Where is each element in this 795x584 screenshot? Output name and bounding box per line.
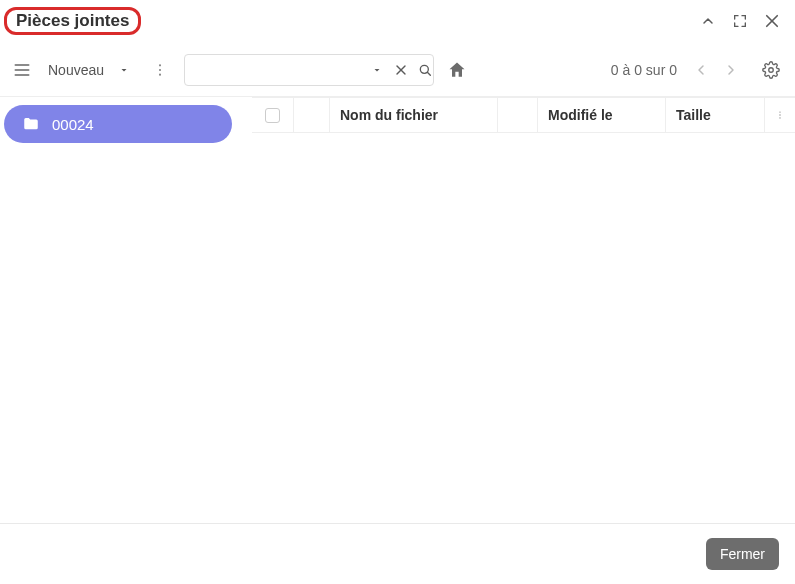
col-menu-icon[interactable] (765, 98, 795, 132)
col-modified[interactable]: Modifié le (538, 98, 666, 132)
fullscreen-icon[interactable] (729, 10, 751, 32)
col-checkbox (252, 98, 294, 132)
table-header: Nom du fichier Modifié le Taille (252, 97, 795, 133)
col-blank (498, 98, 538, 132)
clear-icon[interactable] (390, 59, 412, 81)
body: 00024 Nom du fichier Modifié le Taille (0, 97, 795, 523)
titlebar-controls (697, 10, 783, 32)
svg-point-7 (159, 74, 161, 76)
svg-point-6 (159, 69, 161, 71)
svg-point-5 (159, 64, 161, 66)
gear-icon[interactable] (759, 58, 783, 82)
svg-point-15 (779, 117, 780, 118)
prev-page-icon[interactable] (689, 58, 713, 82)
footer: Fermer (0, 523, 795, 584)
titlebar: Pièces jointes (0, 0, 795, 50)
more-vertical-icon[interactable] (148, 58, 172, 82)
title-wrap: Pièces jointes (8, 11, 137, 31)
folder-icon (22, 115, 40, 133)
folder-item[interactable]: 00024 (4, 105, 232, 143)
hamburger-icon[interactable] (8, 56, 36, 84)
svg-point-14 (779, 114, 780, 115)
next-page-icon[interactable] (719, 58, 743, 82)
path-box (184, 54, 434, 86)
collapse-icon[interactable] (697, 10, 719, 32)
caret-down-icon[interactable] (366, 59, 388, 81)
col-size[interactable]: Taille (666, 98, 765, 132)
new-dropdown[interactable]: Nouveau (42, 56, 136, 84)
window-title: Pièces jointes (8, 9, 137, 32)
new-label: Nouveau (48, 62, 104, 78)
select-all-checkbox[interactable] (265, 108, 280, 123)
caret-down-icon (118, 64, 130, 76)
close-icon[interactable] (761, 10, 783, 32)
col-icon (294, 98, 330, 132)
svg-point-13 (779, 111, 780, 112)
path-input[interactable] (191, 62, 366, 78)
sidebar: 00024 (0, 97, 252, 523)
col-filename[interactable]: Nom du fichier (330, 98, 498, 132)
record-counter: 0 à 0 sur 0 (611, 62, 677, 78)
attachments-window: Pièces jointes Nouveau (0, 0, 795, 584)
toolbar: Nouveau 0 à 0 sur 0 (0, 50, 795, 97)
search-icon[interactable] (414, 59, 436, 81)
folder-label: 00024 (52, 116, 94, 133)
home-icon[interactable] (446, 59, 468, 81)
close-button[interactable]: Fermer (706, 538, 779, 570)
svg-point-12 (769, 68, 774, 73)
file-list: Nom du fichier Modifié le Taille (252, 97, 795, 523)
svg-line-11 (427, 72, 430, 75)
